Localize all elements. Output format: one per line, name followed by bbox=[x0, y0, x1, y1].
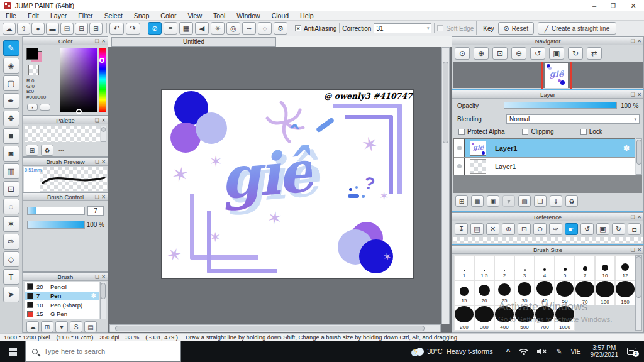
upload-icon[interactable]: ⇧ bbox=[17, 23, 30, 35]
comment-icon[interactable]: ● bbox=[31, 23, 45, 35]
snap-concentric-icon[interactable]: ◎ bbox=[226, 22, 240, 35]
close-icon[interactable]: ✕ bbox=[101, 116, 106, 124]
layer-visibility-icon[interactable] bbox=[457, 146, 462, 150]
brush-size-value[interactable]: 7 bbox=[87, 206, 104, 216]
brush-size-slider[interactable] bbox=[27, 207, 85, 215]
snap-parallel-icon[interactable]: ≡ bbox=[164, 22, 177, 35]
close-button[interactable]: ✕ bbox=[623, 2, 644, 10]
layer-settings-icon[interactable]: ✽ bbox=[623, 144, 630, 153]
menu-item[interactable]: Color bbox=[155, 12, 182, 19]
message-icon[interactable]: ▬ bbox=[46, 23, 59, 35]
clipping-checkbox[interactable] bbox=[522, 129, 528, 135]
popout-icon[interactable]: ❏ bbox=[95, 273, 99, 281]
rotate-right-icon[interactable]: ↻ bbox=[612, 223, 625, 235]
eyedropper-icon[interactable]: ✑ bbox=[549, 223, 562, 235]
snap-settings-icon[interactable]: ⚙ bbox=[274, 22, 287, 35]
brush-size-cell[interactable]: 3 bbox=[514, 255, 535, 280]
snap-vanishing-icon[interactable]: ◀ bbox=[195, 22, 209, 35]
popout-icon[interactable]: ❏ bbox=[95, 193, 99, 201]
brush-list-item[interactable]: 20 Pencil bbox=[25, 282, 99, 292]
brush-opacity-slider[interactable] bbox=[27, 221, 85, 229]
zoom-in-icon[interactable]: ⊕ bbox=[474, 47, 489, 60]
correction-select[interactable]: 31 ▾ bbox=[374, 23, 431, 33]
soft-edge-checkbox[interactable] bbox=[437, 25, 443, 31]
brush-size-cell[interactable]: 400 bbox=[494, 305, 514, 331]
opacity-slider[interactable] bbox=[504, 102, 617, 109]
color-drop-button[interactable]: ◗ bbox=[27, 104, 38, 111]
language-indicator[interactable]: VIE bbox=[570, 348, 580, 355]
menu-item[interactable]: Cloud bbox=[266, 12, 294, 19]
popout-icon[interactable]: ❏ bbox=[95, 37, 99, 45]
search-input[interactable] bbox=[44, 348, 164, 355]
menu-item[interactable]: View bbox=[182, 12, 208, 19]
divide-tool[interactable]: ✒ bbox=[3, 93, 19, 109]
operation-tool[interactable]: ➤ bbox=[3, 287, 19, 302]
brush-size-cell[interactable]: 700 bbox=[535, 305, 555, 331]
brush-size-cell[interactable]: 15 bbox=[454, 280, 474, 305]
wifi-icon[interactable] bbox=[519, 348, 528, 355]
lasso-tool[interactable]: ◌ bbox=[3, 199, 19, 214]
select-eraser-tool[interactable]: ◇ bbox=[3, 251, 19, 267]
menu-item[interactable]: Snap bbox=[128, 12, 155, 19]
brush-size-cell[interactable]: 300 bbox=[474, 305, 494, 331]
brush-size-cell[interactable]: 100 bbox=[595, 280, 615, 305]
move-tool[interactable]: ✥ bbox=[3, 111, 19, 126]
close-icon[interactable]: ✕ bbox=[101, 193, 106, 201]
rotate-right-icon[interactable]: ↻ bbox=[568, 47, 583, 60]
layer-row[interactable]: Layer1 bbox=[454, 157, 635, 175]
menu-item[interactable]: Window bbox=[231, 12, 265, 19]
clear-icon[interactable]: ✕ bbox=[486, 223, 499, 235]
close-icon[interactable]: ✕ bbox=[637, 90, 641, 99]
rect-select-tool[interactable]: ⊡ bbox=[3, 181, 19, 197]
redo-icon[interactable]: ↷ bbox=[126, 23, 140, 35]
brush-list-item[interactable]: 7 Pen ✽ bbox=[25, 292, 99, 301]
canvas-hscrollbar[interactable] bbox=[109, 324, 441, 332]
palette-scrollbar[interactable] bbox=[101, 126, 106, 142]
new-1bit-layer-icon[interactable]: ▣ bbox=[487, 195, 499, 207]
snap-radial-icon[interactable]: ✳ bbox=[211, 22, 225, 35]
layer-visibility-icon[interactable] bbox=[457, 164, 462, 168]
magic-wand-tool[interactable]: ✶ bbox=[3, 216, 19, 232]
menu-item[interactable]: Tool bbox=[208, 12, 231, 19]
brush-list-item[interactable]: 10 Pen (Sharp) bbox=[25, 300, 99, 310]
delete-color-icon[interactable]: ♻ bbox=[41, 145, 53, 156]
popout-icon[interactable]: ❏ bbox=[95, 158, 99, 166]
snap-curve-icon[interactable]: ∼ bbox=[242, 22, 256, 35]
brush-folder-icon[interactable]: ▤ bbox=[84, 321, 97, 332]
brush-size-scrollbar[interactable] bbox=[635, 255, 642, 331]
reset-rotation-icon[interactable]: ▣ bbox=[596, 223, 609, 235]
navigator-viewport-area[interactable]: giê bbox=[453, 62, 643, 88]
new-brush-menu-icon[interactable]: ▾ bbox=[55, 321, 68, 332]
brush-size-cell[interactable]: 10 bbox=[595, 255, 615, 280]
brush-size-cell[interactable]: 20 bbox=[474, 280, 494, 305]
undo-icon[interactable]: ↶ bbox=[109, 23, 124, 35]
workspace-icon[interactable]: ⊞ bbox=[89, 23, 103, 35]
import-icon[interactable]: ↧ bbox=[455, 223, 468, 235]
text-tool[interactable]: T bbox=[3, 269, 19, 285]
layer-menu-icon[interactable]: ▾ bbox=[502, 195, 515, 207]
snap-grid-icon[interactable]: ▦ bbox=[179, 22, 193, 35]
duplicate-layer-icon[interactable]: ❐ bbox=[534, 195, 547, 207]
close-icon[interactable]: ✕ bbox=[637, 37, 641, 45]
close-icon[interactable]: ✕ bbox=[101, 158, 106, 166]
sv-cursor[interactable] bbox=[76, 109, 82, 114]
navigator-view-frame[interactable]: giê bbox=[541, 62, 572, 89]
popout-icon[interactable]: ❏ bbox=[631, 37, 635, 45]
brush-size-cell[interactable]: 2 bbox=[494, 255, 514, 280]
drawing-canvas[interactable]: @ owenly3 #410747 ✶ ✶ ✶ ✶ bbox=[162, 90, 413, 278]
menu-item[interactable]: Select bbox=[99, 12, 128, 19]
bucket-tool[interactable]: ◙ bbox=[3, 146, 19, 162]
select-move-tool[interactable]: ■ bbox=[3, 128, 19, 144]
add-color-icon[interactable]: ⊞ bbox=[26, 145, 38, 156]
brush-size-cell[interactable]: 40 bbox=[535, 280, 555, 305]
pen-settings-icon[interactable]: ✎ bbox=[556, 348, 562, 356]
popout-icon[interactable]: ❏ bbox=[631, 90, 635, 99]
zoom-original-icon[interactable]: ⊙ bbox=[455, 47, 470, 60]
zoom-in-icon[interactable]: ⊕ bbox=[502, 223, 515, 235]
notification-icon[interactable]: 2 bbox=[627, 348, 636, 355]
foreground-color-swatch[interactable] bbox=[26, 48, 38, 60]
brush-size-cell[interactable]: 200 bbox=[454, 305, 474, 331]
brush-size-cell[interactable]: 500 bbox=[514, 305, 535, 331]
menu-item[interactable]: Help bbox=[294, 12, 319, 19]
snap-off-icon[interactable]: ⊘ bbox=[148, 22, 162, 35]
